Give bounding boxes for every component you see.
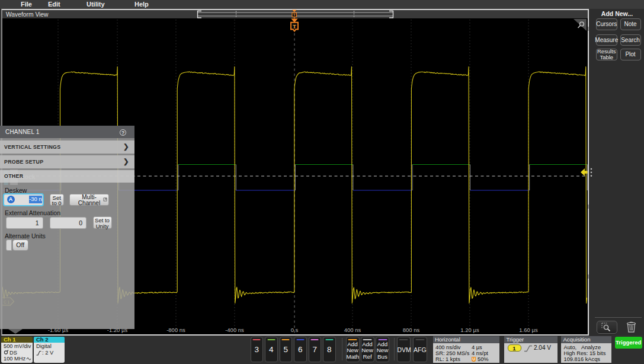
svg-text:T: T (293, 23, 296, 30)
svg-text:-400 ns: -400 ns (225, 327, 244, 333)
svg-text:800 ns: 800 ns (403, 327, 420, 333)
svg-text:400 ns: 400 ns (344, 327, 361, 333)
svg-text:1.20 µs: 1.20 µs (460, 327, 479, 333)
svg-text:-800 ns: -800 ns (166, 327, 185, 333)
svg-text:0 s: 0 s (291, 327, 299, 333)
svg-text:1.60 µs: 1.60 µs (519, 327, 538, 333)
svg-text:T: T (293, 13, 296, 17)
